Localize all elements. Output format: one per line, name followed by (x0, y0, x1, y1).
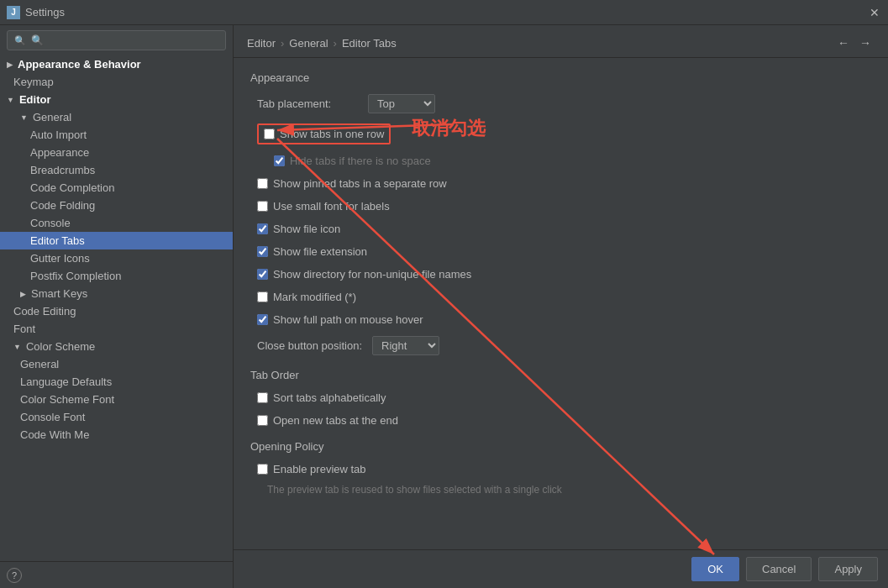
show-tabs-one-row-checkbox[interactable] (264, 129, 275, 139)
tab-placement-select[interactable]: Top Bottom Left Right None (368, 94, 435, 113)
close-button[interactable]: ✕ (868, 6, 881, 19)
sidebar-item-label: Color Scheme (26, 340, 95, 353)
sidebar-item-code-completion[interactable]: Code Completion (0, 179, 233, 197)
mark-modified-text: Mark modified (*) (273, 291, 356, 303)
show-file-icon-text: Show file icon (273, 223, 340, 235)
show-dir-unique-label[interactable]: Show directory for non-unique file names (257, 268, 471, 281)
apply-button[interactable]: Apply (818, 557, 878, 581)
tab-placement-row: Tab placement: Top Bottom Left Right Non… (257, 92, 871, 115)
section-opening-policy: Opening Policy (250, 440, 871, 453)
sidebar-item-editor-tabs[interactable]: Editor Tabs (0, 232, 233, 249)
sidebar-item-console[interactable]: Console (0, 214, 233, 232)
forward-button[interactable]: → (856, 34, 875, 52)
close-btn-select[interactable]: Right Left Hidden (372, 336, 439, 355)
chevron-down-icon: ▼ (7, 96, 14, 104)
mark-modified-checkbox[interactable] (257, 291, 268, 302)
sidebar-item-label: Code Editing (13, 305, 76, 318)
sidebar-item-code-editing[interactable]: Code Editing (0, 302, 233, 320)
sidebar-item-color-scheme[interactable]: ▼ Color Scheme (0, 338, 233, 355)
close-btn-row: Close button position: Right Left Hidden (257, 334, 871, 357)
title-bar: J Settings ✕ (0, 0, 888, 25)
show-full-path-checkbox[interactable] (257, 314, 268, 325)
pinned-tabs-checkbox[interactable] (257, 178, 268, 189)
preview-description: The preview tab is reused to show files … (250, 484, 871, 496)
sidebar-item-label: Code Completion (30, 181, 114, 194)
ok-button[interactable]: OK (691, 557, 739, 581)
sidebar-item-postfix-completion[interactable]: Postfix Completion (0, 267, 233, 285)
sort-alpha-checkbox[interactable] (257, 392, 268, 403)
sort-alpha-label[interactable]: Sort tabs alphabetically (257, 391, 386, 404)
close-btn-label: Close button position: (257, 339, 362, 352)
search-box[interactable]: 🔍 (7, 30, 226, 50)
show-dir-unique-text: Show directory for non-unique file names (273, 268, 471, 281)
open-new-end-checkbox[interactable] (257, 415, 268, 426)
sidebar-item-smart-keys[interactable]: ▶ Smart Keys (0, 285, 233, 302)
tab-placement-label: Tab placement: (257, 97, 358, 110)
open-new-end-row: Open new tabs at the end (257, 412, 871, 428)
show-file-icon-label[interactable]: Show file icon (257, 223, 340, 235)
mark-modified-label[interactable]: Mark modified (*) (257, 291, 356, 303)
sidebar-item-label: Console (30, 217, 71, 229)
sidebar-item-label: Breadcrumbs (30, 164, 95, 176)
sort-alpha-text: Sort tabs alphabetically (273, 391, 386, 404)
show-full-path-label[interactable]: Show full path on mouse hover (257, 313, 423, 326)
chevron-down-icon: ▼ (20, 113, 28, 122)
sidebar-item-color-scheme-font[interactable]: Color Scheme Font (0, 391, 233, 408)
hide-tabs-checkbox[interactable] (274, 155, 285, 166)
nav-arrows: ← → (834, 34, 875, 52)
show-file-ext-checkbox[interactable] (257, 246, 268, 257)
show-full-path-text: Show full path on mouse hover (273, 313, 423, 326)
cancel-button[interactable]: Cancel (746, 557, 812, 581)
sidebar-item-console-font[interactable]: Console Font (0, 408, 233, 426)
sidebar-item-gutter-icons[interactable]: Gutter Icons (0, 249, 233, 267)
sidebar-item-appearance-behavior[interactable]: ▶ Appearance & Behavior (0, 55, 233, 73)
chevron-right-icon: ▶ (7, 60, 13, 69)
sidebar-item-label: General (33, 111, 71, 123)
sidebar-item-label: Smart Keys (31, 287, 87, 300)
settings-window: J Settings ✕ 🔍 ▶ Appearance & Behavior (0, 0, 888, 588)
breadcrumb-bar: Editor › General › Editor Tabs ← → (234, 25, 888, 58)
enable-preview-text: Enable preview tab (273, 463, 366, 475)
sidebar-item-auto-import[interactable]: Auto Import (0, 126, 233, 144)
enable-preview-checkbox[interactable] (257, 464, 268, 475)
show-tabs-one-row-row: Show tabs in one row (257, 122, 871, 146)
sidebar-item-general[interactable]: ▼ General (0, 108, 233, 126)
show-file-ext-label[interactable]: Show file extension (257, 245, 367, 258)
sidebar: 🔍 ▶ Appearance & Behavior Keymap (0, 25, 234, 588)
sort-alpha-row: Sort tabs alphabetically (257, 390, 871, 406)
hide-tabs-label[interactable]: Hide tabs if there is no space (274, 155, 431, 167)
small-font-row: Use small font for labels (257, 198, 871, 214)
show-file-icon-checkbox[interactable] (257, 223, 268, 234)
pinned-tabs-row: Show pinned tabs in a separate row (257, 176, 871, 192)
sidebar-item-label: Keymap (13, 76, 54, 88)
sidebar-item-language-defaults[interactable]: Language Defaults (0, 373, 233, 391)
help-button[interactable]: ? (7, 568, 22, 583)
small-font-checkbox[interactable] (257, 201, 268, 212)
sidebar-item-label: Console Font (20, 411, 85, 423)
breadcrumb-sep-1: › (281, 37, 284, 50)
breadcrumb-editor: Editor (247, 37, 276, 50)
search-input[interactable] (31, 34, 218, 46)
sidebar-item-label: Editor (19, 93, 51, 106)
sidebar-item-code-folding[interactable]: Code Folding (0, 197, 233, 214)
pinned-tabs-label[interactable]: Show pinned tabs in a separate row (257, 177, 447, 190)
section-tab-order: Tab Order (250, 369, 871, 381)
enable-preview-label[interactable]: Enable preview tab (257, 463, 366, 475)
show-dir-unique-checkbox[interactable] (257, 269, 268, 280)
sidebar-item-breadcrumbs[interactable]: Breadcrumbs (0, 161, 233, 179)
sidebar-item-font[interactable]: Font (0, 320, 233, 338)
bottom-bar: ? (0, 561, 233, 588)
sidebar-item-appearance[interactable]: Appearance (0, 144, 233, 161)
sidebar-item-label: Gutter Icons (30, 252, 90, 265)
back-button[interactable]: ← (834, 34, 853, 52)
sidebar-item-keymap[interactable]: Keymap (0, 73, 233, 91)
sidebar-item-editor[interactable]: ▼ Editor (0, 91, 233, 108)
breadcrumb-editor-tabs: Editor Tabs (342, 37, 397, 50)
show-tabs-one-row-label[interactable]: Show tabs in one row (280, 128, 384, 140)
sidebar-item-label: Code Folding (30, 199, 95, 212)
chevron-right-icon: ▶ (20, 290, 26, 298)
small-font-label[interactable]: Use small font for labels (257, 200, 390, 213)
sidebar-item-cs-general[interactable]: General (0, 355, 233, 373)
sidebar-item-code-with-me[interactable]: Code With Me (0, 426, 233, 444)
open-new-end-label[interactable]: Open new tabs at the end (257, 414, 398, 427)
